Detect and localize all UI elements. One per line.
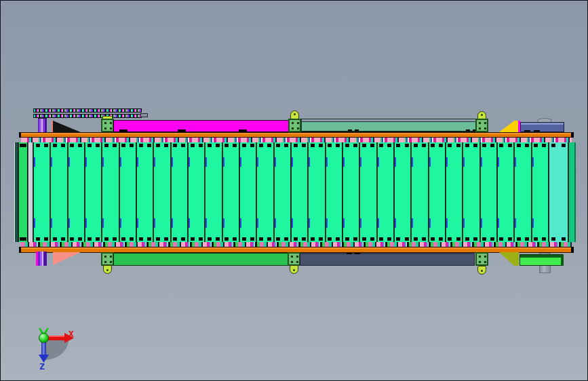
black-wedge-guide-top[interactable] [53, 121, 81, 132]
conveyor-slat[interactable] [119, 142, 136, 242]
conveyor-slats [33, 142, 548, 242]
conveyor-slat[interactable] [428, 142, 445, 242]
yellow-wedge-guide[interactable] [499, 121, 519, 132]
conveyor-slat[interactable] [290, 142, 307, 242]
conveyor-slat[interactable] [342, 142, 359, 242]
conveyor-slat[interactable] [393, 142, 410, 242]
conveyor-slat[interactable] [307, 142, 324, 242]
lifting-lug-bottom-right[interactable] [477, 266, 486, 275]
conveyor-slat[interactable] [187, 142, 204, 242]
seafoam-beam[interactable] [301, 119, 476, 132]
z-axis-arrow[interactable] [41, 342, 46, 356]
green-beam[interactable] [113, 253, 288, 266]
conveyor-slat[interactable] [222, 142, 239, 242]
roller-chain-bar[interactable] [33, 108, 142, 118]
conveyor-slat[interactable] [445, 142, 462, 242]
slate-beam-top[interactable] [520, 122, 564, 132]
chain-link-row-bottom [21, 242, 572, 247]
purple-guide-top[interactable] [38, 118, 47, 132]
olive-wedge-guide[interactable] [499, 252, 519, 266]
x-axis-arrow[interactable] [46, 336, 66, 340]
conveyor-slat[interactable] [153, 142, 170, 242]
mount-bracket-bottom-left[interactable] [101, 252, 114, 266]
lifting-lug-bottom-left[interactable] [103, 265, 112, 274]
conveyor-slat[interactable] [359, 142, 376, 242]
conveyor-slat-teal[interactable] [548, 142, 568, 242]
conveyor-slat[interactable] [256, 142, 273, 242]
triad-origin-ball[interactable] [39, 333, 49, 343]
salmon-sliver [52, 121, 53, 132]
conveyor-slat[interactable] [239, 142, 256, 242]
conveyor-slat[interactable] [479, 142, 496, 242]
conveyor-slat[interactable] [531, 142, 548, 242]
conveyor-slat[interactable] [170, 142, 187, 242]
conveyor-slat[interactable] [101, 142, 118, 242]
slate-beam-bottom[interactable] [300, 253, 475, 266]
conveyor-slat[interactable] [513, 142, 530, 242]
conveyor-slat[interactable] [273, 142, 290, 242]
conveyor-slat[interactable] [33, 142, 50, 242]
bright-green-beam[interactable] [520, 254, 564, 266]
mount-bracket-bottom-mid[interactable] [288, 252, 300, 266]
conveyor-slat[interactable] [204, 142, 221, 242]
mount-bracket-top-mid[interactable] [288, 119, 301, 132]
conveyor-slat[interactable] [136, 142, 153, 242]
cad-viewport[interactable]: X Z [0, 0, 588, 381]
conveyor-slat[interactable] [410, 142, 427, 242]
conveyor-slat[interactable] [376, 142, 393, 242]
lifting-lug-bottom-mid[interactable] [290, 265, 298, 274]
z-axis-label: Z [39, 361, 45, 372]
purple-guide-bottom[interactable] [36, 252, 47, 266]
belt-right-edge [568, 142, 576, 242]
magenta-beam[interactable] [113, 120, 289, 132]
chain-bar-stub [140, 113, 148, 117]
conveyor-slat-gray[interactable] [27, 142, 33, 242]
conveyor-slat[interactable] [67, 142, 84, 242]
mount-bracket-top-left[interactable] [101, 119, 114, 132]
x-axis-label: X [68, 329, 74, 339]
conveyor-slat[interactable] [496, 142, 513, 242]
conveyor-belt[interactable] [14, 142, 576, 242]
conveyor-slat[interactable] [462, 142, 479, 242]
conveyor-slat[interactable] [50, 142, 66, 242]
pink-wedge-guide[interactable] [53, 252, 81, 265]
conveyor-slat[interactable] [325, 142, 342, 242]
mount-bracket-top-right[interactable] [475, 119, 488, 132]
mount-bracket-bottom-right[interactable] [475, 252, 488, 266]
chain-row-upper [33, 108, 142, 113]
chain-row-lower [33, 114, 142, 118]
orange-side-rail-top[interactable] [19, 132, 574, 138]
conveyor-slat[interactable] [84, 142, 101, 242]
chain-link-row-top [21, 138, 572, 142]
conveyor-slat-first[interactable] [18, 142, 27, 242]
